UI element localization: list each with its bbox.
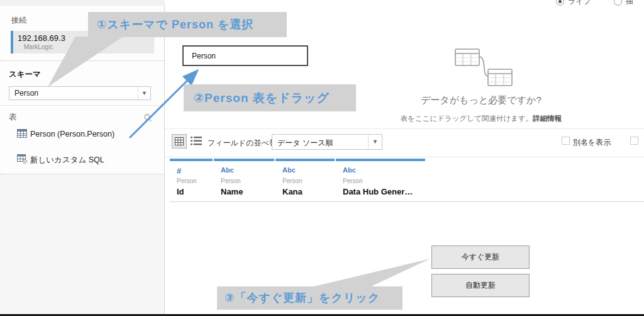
drop-zone-hint: 表をここにドラッグして関連付けます。詳細情報 bbox=[371, 114, 591, 123]
canvas-table-chip-person[interactable]: Person bbox=[182, 45, 308, 66]
sort-order-value: データ ソース順 bbox=[277, 138, 333, 149]
column-field-name: Kana bbox=[282, 187, 303, 196]
grid-column-name[interactable]: Abc Person Name bbox=[214, 159, 274, 201]
radio-selected-icon bbox=[556, 0, 564, 6]
radio-extract-label: 抽 bbox=[626, 0, 633, 7]
update-now-button[interactable]: 今すぐ更新 bbox=[431, 245, 530, 269]
connection-mode-group: ライブ 抽 bbox=[556, 0, 633, 7]
sidebar-new-custom-sql-label: 新しいカスタム SQL bbox=[30, 155, 104, 166]
column-field-name: Data Hub Gener… bbox=[343, 187, 413, 196]
tableau-datasource-page: 接続 192.168.69.3 MarkLogic スキーマ Person ▼ … bbox=[0, 0, 644, 316]
column-table-name: Person bbox=[343, 178, 363, 184]
string-type-icon: Abc bbox=[221, 166, 234, 174]
radio-live[interactable]: ライブ bbox=[556, 0, 591, 7]
chevron-down-icon[interactable]: ▼ bbox=[368, 135, 382, 149]
canvas-table-chip-label: Person bbox=[192, 52, 216, 60]
schema-dropdown[interactable]: Person ▼ bbox=[9, 86, 151, 100]
grid-view-button[interactable] bbox=[172, 134, 187, 149]
string-type-icon: Abc bbox=[282, 166, 296, 174]
connection-sidebar: 接続 192.168.69.3 MarkLogic スキーマ Person ▼ … bbox=[0, 0, 165, 314]
column-stripe bbox=[170, 159, 213, 161]
column-table-name: Person bbox=[282, 178, 303, 184]
radio-extract[interactable]: 抽 bbox=[614, 0, 633, 7]
annotation-step2: ②Person 表をドラッグ bbox=[184, 84, 356, 111]
divider bbox=[0, 60, 165, 61]
annotation-step3: ③「今すぐ更新」をクリック bbox=[217, 286, 402, 310]
column-stripe bbox=[336, 159, 425, 161]
list-view-icon bbox=[191, 136, 202, 146]
annotation-step1: ①スキーマで Person を選択 bbox=[88, 12, 287, 37]
connection-selected-bar bbox=[11, 31, 13, 54]
column-stripe bbox=[214, 159, 274, 161]
schema-label: スキーマ bbox=[9, 69, 41, 80]
metadata-toolbar: フィールドの並べ替え データ ソース順 ▼ 別名を表示 bbox=[165, 129, 644, 157]
drop-zone-title: データがもっと必要ですか? bbox=[402, 94, 560, 106]
search-icon[interactable] bbox=[143, 113, 152, 122]
grid-column-kana[interactable]: Abc Person Kana bbox=[275, 159, 335, 201]
show-aliases-checkbox[interactable] bbox=[562, 137, 570, 145]
table-icon bbox=[17, 129, 27, 138]
grid-column-datahub[interactable]: Abc Person Data Hub Gener… bbox=[336, 159, 425, 201]
callout-pointer-step3 bbox=[311, 259, 430, 287]
schema-dropdown-value: Person bbox=[14, 89, 38, 98]
column-table-name: Person bbox=[221, 178, 241, 184]
related-tables-illustration-icon bbox=[445, 47, 521, 89]
number-type-icon: # bbox=[177, 166, 181, 176]
sidebar-top-strip bbox=[0, 0, 165, 6]
auto-update-button[interactable]: 自動更新 bbox=[431, 274, 530, 297]
drop-zone-hint-text: 表をここにドラッグして関連付けます。 bbox=[401, 115, 533, 122]
connection-type: MarkLogic bbox=[24, 43, 53, 50]
sidebar-table-person[interactable]: Person (Person.Person) bbox=[17, 129, 162, 140]
grid-view-icon bbox=[172, 135, 186, 148]
sidebar-table-person-label: Person (Person.Person) bbox=[30, 130, 114, 138]
connections-label: 接続 bbox=[11, 15, 26, 26]
sidebar-empty-area bbox=[0, 174, 164, 314]
column-table-name: Person bbox=[177, 178, 197, 184]
string-type-icon: Abc bbox=[343, 166, 356, 174]
column-field-name: Id bbox=[177, 187, 184, 196]
show-hidden-fields-checkbox[interactable] bbox=[630, 137, 638, 145]
show-aliases-label: 別名を表示 bbox=[573, 137, 611, 148]
tables-label: 表 bbox=[9, 112, 17, 123]
learn-more-link[interactable]: 詳細情報 bbox=[533, 115, 562, 122]
connection-name: 192.168.69.3 bbox=[18, 33, 65, 43]
radio-live-label: ライブ bbox=[568, 0, 591, 7]
column-field-name: Name bbox=[221, 187, 243, 196]
custom-sql-icon bbox=[17, 154, 28, 164]
grid-column-id[interactable]: # Person Id bbox=[170, 159, 213, 201]
grid-header-divider bbox=[170, 201, 644, 202]
sort-order-dropdown[interactable]: データ ソース順 ▼ bbox=[272, 134, 382, 150]
radio-unselected-icon bbox=[614, 0, 622, 6]
list-view-button[interactable] bbox=[191, 136, 203, 147]
column-stripe bbox=[275, 159, 335, 161]
chevron-down-icon[interactable]: ▼ bbox=[138, 87, 150, 99]
divider bbox=[0, 105, 165, 106]
sidebar-new-custom-sql[interactable]: 新しいカスタム SQL bbox=[17, 154, 162, 166]
